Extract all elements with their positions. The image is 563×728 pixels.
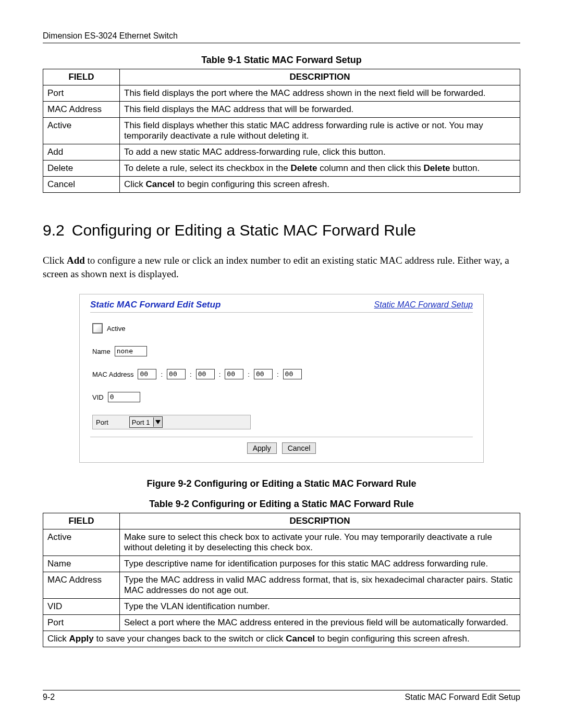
field-cell: VID: [43, 599, 120, 615]
table-row: MAC Address Type the MAC address in vali…: [43, 572, 520, 599]
form-title: Static MAC Forward Edit Setup: [90, 300, 221, 310]
table-row: MAC Address This field displays the MAC …: [43, 102, 520, 118]
mac-octet-1[interactable]: 00: [138, 369, 156, 379]
port-label: Port: [96, 418, 108, 426]
field-cell: Add: [43, 144, 120, 161]
section-number: 9.2: [43, 221, 65, 239]
table1-head-desc: DESCRIPTION: [120, 69, 520, 85]
cancel-button[interactable]: Cancel: [282, 442, 316, 454]
field-cell: Active: [43, 529, 120, 556]
vid-input[interactable]: 0: [108, 392, 140, 402]
table-row: Active This field displays whether this …: [43, 118, 520, 144]
desc-cell: Make sure to select this check box to ac…: [120, 529, 520, 556]
desc-cell: This field displays the port where the M…: [120, 85, 520, 102]
field-cell: Port: [43, 615, 120, 631]
table-row: Port Select a port where the MAC address…: [43, 615, 520, 631]
table1-head-field: FIELD: [43, 69, 120, 85]
table2-footer-cell: Click Apply to save your changes back to…: [43, 631, 520, 647]
mac-octet-4[interactable]: 00: [225, 369, 243, 379]
desc-cell: Click Cancel to begin configuring this s…: [120, 177, 520, 193]
mac-octet-3[interactable]: 00: [196, 369, 215, 379]
table-row: Port This field displays the port where …: [43, 85, 520, 102]
table1-caption: Table 9-1 Static MAC Forward Setup: [43, 55, 520, 66]
mac-octet-2[interactable]: 00: [167, 369, 186, 379]
field-cell: Delete: [43, 161, 120, 177]
field-cell: Cancel: [43, 177, 120, 193]
table2-caption: Table 9-2 Configuring or Editing a Stati…: [43, 499, 520, 510]
table-row: VID Type the VLAN identification number.: [43, 599, 520, 615]
table-row: Cancel Click Cancel to begin configuring…: [43, 177, 520, 193]
footer-section-title: Static MAC Forward Edit Setup: [405, 693, 520, 702]
active-checkbox[interactable]: [92, 323, 103, 334]
mac-octet-6[interactable]: 00: [283, 369, 302, 379]
desc-cell: Type the MAC address in valid MAC addres…: [120, 572, 520, 599]
name-label: Name: [92, 348, 111, 355]
port-select-value: Port 1: [130, 418, 153, 426]
figure-caption: Figure 9-2 Configuring or Editing a Stat…: [43, 478, 520, 489]
section-paragraph: Click Add to configure a new rule or cli…: [43, 254, 520, 280]
running-header: Dimension ES-3024 Ethernet Switch: [43, 31, 520, 43]
svg-marker-0: [155, 420, 161, 424]
table-row: Click Apply to save your changes back to…: [43, 631, 520, 647]
desc-cell: To delete a rule, select its checkbox in…: [120, 161, 520, 177]
vid-label: VID: [92, 393, 104, 401]
table-row: Delete To delete a rule, select its chec…: [43, 161, 520, 177]
form-back-link[interactable]: Static MAC Forward Setup: [374, 300, 473, 310]
edit-form-screenshot: Static MAC Forward Edit Setup Static MAC…: [79, 294, 484, 463]
table-row: Add To add a new static MAC address-forw…: [43, 144, 520, 161]
apply-button[interactable]: Apply: [247, 442, 277, 454]
desc-cell: This field displays the MAC address that…: [120, 102, 520, 118]
table-row: Name Type descriptive name for identific…: [43, 556, 520, 572]
footer-page-number: 9-2: [43, 693, 55, 702]
field-cell: Port: [43, 85, 120, 102]
desc-cell: Type the VLAN identification number.: [120, 599, 520, 615]
chevron-down-icon: [153, 417, 162, 427]
table2-head-desc: DESCRIPTION: [120, 513, 520, 529]
name-input[interactable]: none: [115, 346, 147, 356]
desc-cell: Type descriptive name for identification…: [120, 556, 520, 572]
port-select[interactable]: Port 1: [129, 416, 163, 428]
field-cell: MAC Address: [43, 102, 120, 118]
table-row: Active Make sure to select this check bo…: [43, 529, 520, 556]
active-label: Active: [107, 325, 125, 332]
table2-head-field: FIELD: [43, 513, 120, 529]
field-cell: Active: [43, 118, 120, 144]
field-cell: Name: [43, 556, 120, 572]
table-9-1: FIELD DESCRIPTION Port This field displa…: [43, 69, 520, 193]
mac-label: MAC Address: [92, 371, 133, 378]
mac-octet-5[interactable]: 00: [254, 369, 273, 379]
section-heading: 9.2Configuring or Editing a Static MAC F…: [43, 221, 520, 239]
desc-cell: Select a port where the MAC address ente…: [120, 615, 520, 631]
field-cell: MAC Address: [43, 572, 120, 599]
section-title: Configuring or Editing a Static MAC Forw…: [72, 221, 416, 239]
desc-cell: This field displays whether this static …: [120, 118, 520, 144]
table-9-2: FIELD DESCRIPTION Active Make sure to se…: [43, 513, 520, 647]
desc-cell: To add a new static MAC address-forwardi…: [120, 144, 520, 161]
